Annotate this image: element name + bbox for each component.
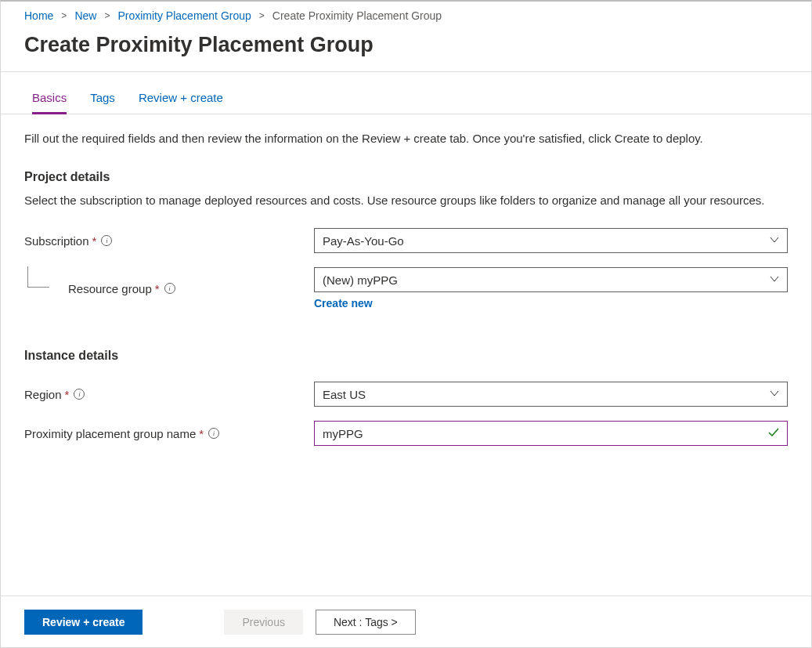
required-asterisk: *: [199, 427, 204, 440]
tree-connector: [27, 266, 51, 295]
info-icon[interactable]: i: [101, 235, 112, 246]
tab-basics[interactable]: Basics: [32, 91, 67, 114]
breadcrumb-new[interactable]: New: [74, 9, 96, 22]
page-title: Create Proximity Placement Group: [1, 28, 811, 71]
info-icon[interactable]: i: [208, 428, 219, 439]
tab-tags[interactable]: Tags: [90, 91, 115, 114]
ppg-name-input[interactable]: [314, 421, 788, 446]
subscription-row: Subscription * i Pay-As-You-Go: [24, 228, 788, 253]
resource-group-select[interactable]: (New) myPPG: [314, 267, 788, 292]
project-details-heading: Project details: [24, 170, 788, 184]
breadcrumb-home[interactable]: Home: [24, 9, 53, 22]
review-create-button[interactable]: Review + create: [24, 610, 143, 635]
form-content: Fill out the required fields and then re…: [1, 114, 811, 446]
next-button[interactable]: Next : Tags >: [316, 610, 416, 635]
subscription-dropdown[interactable]: Pay-As-You-Go: [314, 228, 788, 253]
info-icon[interactable]: i: [74, 389, 85, 400]
region-row: Region * i East US: [24, 382, 788, 407]
required-asterisk: *: [65, 388, 70, 401]
subscription-select[interactable]: Pay-As-You-Go: [314, 228, 788, 253]
required-asterisk: *: [92, 234, 97, 248]
instance-details-heading: Instance details: [24, 349, 788, 363]
ppg-name-label: Proximity placement group name: [24, 427, 196, 440]
ppg-name-row: Proximity placement group name * i: [24, 421, 788, 446]
chevron-right-icon: >: [259, 10, 265, 21]
project-details-desc: Select the subscription to manage deploy…: [24, 192, 788, 210]
info-icon[interactable]: i: [164, 283, 175, 294]
required-asterisk: *: [155, 282, 160, 295]
ppg-name-input-wrap: [314, 421, 788, 446]
chevron-right-icon: >: [61, 10, 67, 21]
region-select[interactable]: East US: [314, 382, 788, 407]
chevron-right-icon: >: [104, 10, 110, 21]
resource-group-row: Resource group * i (New) myPPG Create ne…: [24, 267, 788, 310]
breadcrumb-ppg[interactable]: Proximity Placement Group: [117, 9, 251, 22]
tab-bar: Basics Tags Review + create: [1, 72, 811, 114]
previous-button: Previous: [224, 610, 302, 635]
subscription-label: Subscription: [24, 234, 89, 248]
checkmark-icon: [767, 426, 780, 441]
intro-text: Fill out the required fields and then re…: [24, 130, 788, 148]
breadcrumb: Home > New > Proximity Placement Group >…: [1, 2, 811, 28]
region-label: Region: [24, 388, 62, 401]
breadcrumb-current: Create Proximity Placement Group: [272, 9, 442, 22]
tab-review[interactable]: Review + create: [139, 91, 223, 114]
wizard-footer: Review + create Previous Next : Tags >: [1, 596, 811, 647]
resource-group-label: Resource group: [68, 282, 152, 295]
region-dropdown[interactable]: East US: [314, 382, 788, 407]
create-new-link[interactable]: Create new: [314, 297, 373, 310]
resource-group-dropdown[interactable]: (New) myPPG: [314, 267, 788, 292]
